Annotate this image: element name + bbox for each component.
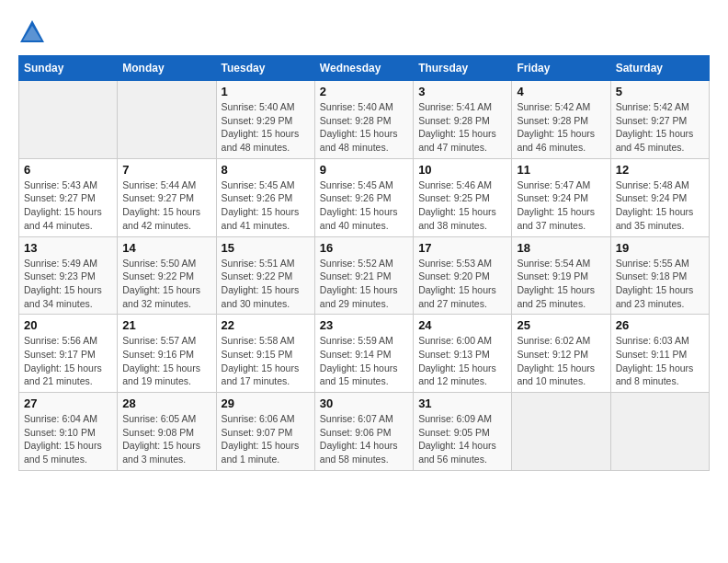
day-info: Sunrise: 5:45 AM Sunset: 9:26 PM Dayligh… xyxy=(222,178,310,233)
day-info: Sunrise: 5:41 AM Sunset: 9:28 PM Dayligh… xyxy=(418,100,506,155)
day-number: 19 xyxy=(616,241,704,255)
day-number: 22 xyxy=(222,318,310,332)
calendar-cell xyxy=(118,81,216,159)
calendar-cell: 21Sunrise: 5:57 AM Sunset: 9:16 PM Dayli… xyxy=(118,315,216,393)
calendar-cell: 2Sunrise: 5:40 AM Sunset: 9:28 PM Daylig… xyxy=(314,81,413,159)
calendar-cell: 12Sunrise: 5:48 AM Sunset: 9:24 PM Dayli… xyxy=(610,158,709,236)
calendar-cell xyxy=(610,393,709,471)
day-info: Sunrise: 5:43 AM Sunset: 9:27 PM Dayligh… xyxy=(24,178,112,233)
calendar-cell: 22Sunrise: 5:58 AM Sunset: 9:15 PM Dayli… xyxy=(216,315,314,393)
day-info: Sunrise: 5:59 AM Sunset: 9:14 PM Dayligh… xyxy=(320,334,408,388)
day-info: Sunrise: 6:02 AM Sunset: 9:12 PM Dayligh… xyxy=(517,334,605,388)
calendar-cell: 13Sunrise: 5:49 AM Sunset: 9:23 PM Dayli… xyxy=(19,236,118,315)
calendar-row: 13Sunrise: 5:49 AM Sunset: 9:23 PM Dayli… xyxy=(19,236,710,315)
day-number: 31 xyxy=(418,396,506,410)
day-info: Sunrise: 5:40 AM Sunset: 9:29 PM Dayligh… xyxy=(222,100,310,155)
day-info: Sunrise: 5:50 AM Sunset: 9:22 PM Dayligh… xyxy=(122,257,210,311)
day-number: 12 xyxy=(616,163,704,177)
day-number: 14 xyxy=(122,241,210,255)
calendar-row: 27Sunrise: 6:04 AM Sunset: 9:10 PM Dayli… xyxy=(19,393,710,471)
calendar-cell: 25Sunrise: 6:02 AM Sunset: 9:12 PM Dayli… xyxy=(512,315,610,393)
day-number: 17 xyxy=(418,241,506,255)
weekday-header: Sunday xyxy=(19,56,118,81)
calendar-row: 1Sunrise: 5:40 AM Sunset: 9:29 PM Daylig… xyxy=(19,81,710,159)
day-info: Sunrise: 5:51 AM Sunset: 9:22 PM Dayligh… xyxy=(222,257,310,311)
day-info: Sunrise: 6:09 AM Sunset: 9:05 PM Dayligh… xyxy=(418,412,506,466)
day-number: 8 xyxy=(222,163,310,177)
day-info: Sunrise: 5:49 AM Sunset: 9:23 PM Dayligh… xyxy=(24,257,112,311)
day-info: Sunrise: 5:57 AM Sunset: 9:16 PM Dayligh… xyxy=(122,334,210,388)
calendar-cell: 30Sunrise: 6:07 AM Sunset: 9:06 PM Dayli… xyxy=(314,393,413,471)
calendar-cell: 14Sunrise: 5:50 AM Sunset: 9:22 PM Dayli… xyxy=(118,236,216,315)
day-info: Sunrise: 6:05 AM Sunset: 9:08 PM Dayligh… xyxy=(122,412,210,466)
page-header xyxy=(18,18,710,46)
day-info: Sunrise: 5:48 AM Sunset: 9:24 PM Dayligh… xyxy=(616,178,704,233)
day-info: Sunrise: 5:53 AM Sunset: 9:20 PM Dayligh… xyxy=(418,257,506,311)
day-number: 30 xyxy=(320,396,408,410)
day-number: 21 xyxy=(122,318,210,332)
calendar-table: SundayMondayTuesdayWednesdayThursdayFrid… xyxy=(18,55,710,471)
day-number: 27 xyxy=(24,396,112,410)
day-number: 25 xyxy=(517,318,605,332)
day-info: Sunrise: 5:47 AM Sunset: 9:24 PM Dayligh… xyxy=(517,178,605,233)
calendar-cell: 6Sunrise: 5:43 AM Sunset: 9:27 PM Daylig… xyxy=(19,158,118,236)
calendar-cell: 26Sunrise: 6:03 AM Sunset: 9:11 PM Dayli… xyxy=(610,315,709,393)
day-info: Sunrise: 5:42 AM Sunset: 9:28 PM Dayligh… xyxy=(517,100,605,155)
day-number: 24 xyxy=(418,318,506,332)
day-number: 9 xyxy=(320,163,408,177)
day-info: Sunrise: 5:44 AM Sunset: 9:27 PM Dayligh… xyxy=(122,178,210,233)
day-info: Sunrise: 5:52 AM Sunset: 9:21 PM Dayligh… xyxy=(320,257,408,311)
calendar-row: 6Sunrise: 5:43 AM Sunset: 9:27 PM Daylig… xyxy=(19,158,710,236)
calendar-cell: 10Sunrise: 5:46 AM Sunset: 9:25 PM Dayli… xyxy=(414,158,512,236)
day-number: 16 xyxy=(320,241,408,255)
day-number: 5 xyxy=(616,85,704,98)
weekday-header: Wednesday xyxy=(314,56,413,81)
calendar-cell: 5Sunrise: 5:42 AM Sunset: 9:27 PM Daylig… xyxy=(610,81,709,159)
calendar-cell: 1Sunrise: 5:40 AM Sunset: 9:29 PM Daylig… xyxy=(216,81,314,159)
day-info: Sunrise: 5:55 AM Sunset: 9:18 PM Dayligh… xyxy=(616,257,704,311)
day-number: 20 xyxy=(24,318,112,332)
weekday-header: Friday xyxy=(512,56,610,81)
day-number: 28 xyxy=(122,396,210,410)
calendar-cell: 11Sunrise: 5:47 AM Sunset: 9:24 PM Dayli… xyxy=(512,158,610,236)
calendar-cell: 8Sunrise: 5:45 AM Sunset: 9:26 PM Daylig… xyxy=(216,158,314,236)
weekday-header: Saturday xyxy=(610,56,709,81)
day-number: 10 xyxy=(418,163,506,177)
day-number: 6 xyxy=(24,163,112,177)
calendar-cell: 16Sunrise: 5:52 AM Sunset: 9:21 PM Dayli… xyxy=(314,236,413,315)
day-info: Sunrise: 5:45 AM Sunset: 9:26 PM Dayligh… xyxy=(320,178,408,233)
calendar-cell: 28Sunrise: 6:05 AM Sunset: 9:08 PM Dayli… xyxy=(118,393,216,471)
day-number: 2 xyxy=(320,85,408,98)
day-info: Sunrise: 5:46 AM Sunset: 9:25 PM Dayligh… xyxy=(418,178,506,233)
day-number: 18 xyxy=(517,241,605,255)
calendar-cell: 24Sunrise: 6:00 AM Sunset: 9:13 PM Dayli… xyxy=(414,315,512,393)
day-number: 15 xyxy=(222,241,310,255)
day-info: Sunrise: 5:56 AM Sunset: 9:17 PM Dayligh… xyxy=(24,334,112,388)
day-info: Sunrise: 5:42 AM Sunset: 9:27 PM Dayligh… xyxy=(616,100,704,155)
logo-icon xyxy=(18,18,46,46)
calendar-cell: 7Sunrise: 5:44 AM Sunset: 9:27 PM Daylig… xyxy=(118,158,216,236)
calendar-cell xyxy=(19,81,118,159)
day-info: Sunrise: 6:06 AM Sunset: 9:07 PM Dayligh… xyxy=(222,412,310,466)
calendar-cell: 17Sunrise: 5:53 AM Sunset: 9:20 PM Dayli… xyxy=(414,236,512,315)
logo xyxy=(18,18,48,46)
day-info: Sunrise: 6:04 AM Sunset: 9:10 PM Dayligh… xyxy=(24,412,112,466)
calendar-cell: 9Sunrise: 5:45 AM Sunset: 9:26 PM Daylig… xyxy=(314,158,413,236)
calendar-cell xyxy=(512,393,610,471)
day-number: 3 xyxy=(418,85,506,98)
day-number: 26 xyxy=(616,318,704,332)
calendar-cell: 18Sunrise: 5:54 AM Sunset: 9:19 PM Dayli… xyxy=(512,236,610,315)
day-number: 23 xyxy=(320,318,408,332)
weekday-header: Tuesday xyxy=(216,56,314,81)
day-info: Sunrise: 6:03 AM Sunset: 9:11 PM Dayligh… xyxy=(616,334,704,388)
calendar-cell: 31Sunrise: 6:09 AM Sunset: 9:05 PM Dayli… xyxy=(414,393,512,471)
day-number: 13 xyxy=(24,241,112,255)
day-number: 11 xyxy=(517,163,605,177)
day-number: 1 xyxy=(222,85,310,98)
weekday-header-row: SundayMondayTuesdayWednesdayThursdayFrid… xyxy=(19,56,710,81)
day-info: Sunrise: 6:00 AM Sunset: 9:13 PM Dayligh… xyxy=(418,334,506,388)
day-info: Sunrise: 5:40 AM Sunset: 9:28 PM Dayligh… xyxy=(320,100,408,155)
calendar-cell: 19Sunrise: 5:55 AM Sunset: 9:18 PM Dayli… xyxy=(610,236,709,315)
calendar-cell: 23Sunrise: 5:59 AM Sunset: 9:14 PM Dayli… xyxy=(314,315,413,393)
calendar-cell: 3Sunrise: 5:41 AM Sunset: 9:28 PM Daylig… xyxy=(414,81,512,159)
